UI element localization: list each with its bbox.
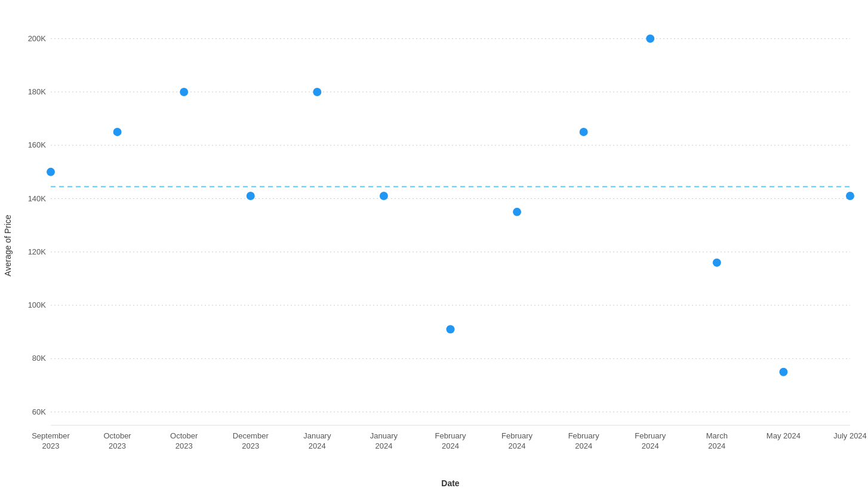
x-axis-label: January (303, 431, 331, 440)
y-axis-label: 60K (32, 407, 46, 416)
x-axis-label: January (370, 431, 398, 440)
x-axis-label: 2024 (375, 441, 392, 450)
data-point[interactable] (846, 192, 854, 200)
y-axis-label: 140K (28, 194, 47, 203)
data-point[interactable] (513, 208, 521, 216)
chart-container: 60K80K100K120K140K160K180K200KSeptember2… (0, 0, 868, 491)
data-point[interactable] (113, 128, 122, 136)
x-axis-label: 2023 (176, 441, 193, 450)
x-axis-label: March (706, 431, 728, 440)
x-axis-label: October (170, 431, 198, 440)
x-axis-label: December (233, 431, 269, 440)
x-axis-label: 2023 (109, 441, 126, 450)
data-point[interactable] (380, 192, 388, 200)
y-axis-label: 120K (28, 247, 47, 256)
x-axis-label: October (103, 431, 131, 440)
x-axis-label: 2023 (42, 441, 60, 450)
x-axis-label: 2024 (642, 441, 659, 450)
y-axis-label: 200K (28, 34, 47, 43)
x-axis-label: May 2024 (767, 431, 801, 440)
data-point[interactable] (779, 368, 787, 376)
scatter-chart: 60K80K100K120K140K160K180K200KSeptember2… (0, 0, 868, 491)
y-axis-label: 100K (28, 300, 47, 309)
data-point[interactable] (580, 128, 588, 136)
y-axis-title: Average of Price (3, 214, 13, 276)
x-axis-label: 2024 (442, 441, 459, 450)
x-axis-label: February (568, 431, 600, 440)
x-axis-label: September (32, 431, 70, 440)
x-axis-label: February (501, 431, 533, 440)
x-axis-label: February (635, 431, 666, 440)
y-axis-label: 160K (28, 140, 47, 149)
x-axis-label: 2024 (575, 441, 592, 450)
y-axis-label: 180K (28, 87, 47, 96)
y-axis-label: 80K (32, 354, 46, 363)
data-point[interactable] (247, 192, 255, 200)
x-axis-label: 2024 (708, 441, 725, 450)
data-point[interactable] (713, 259, 721, 267)
x-axis-label: July 2024 (833, 431, 867, 440)
data-point[interactable] (47, 168, 55, 176)
x-axis-label: 2024 (309, 441, 326, 450)
x-axis-label: 2024 (509, 441, 526, 450)
data-point[interactable] (646, 35, 654, 43)
x-axis-label: 2023 (242, 441, 259, 450)
data-point[interactable] (447, 325, 455, 333)
x-axis-title: Date (441, 478, 460, 488)
data-point[interactable] (180, 88, 188, 96)
x-axis-label: February (435, 431, 466, 440)
data-point[interactable] (313, 88, 321, 96)
